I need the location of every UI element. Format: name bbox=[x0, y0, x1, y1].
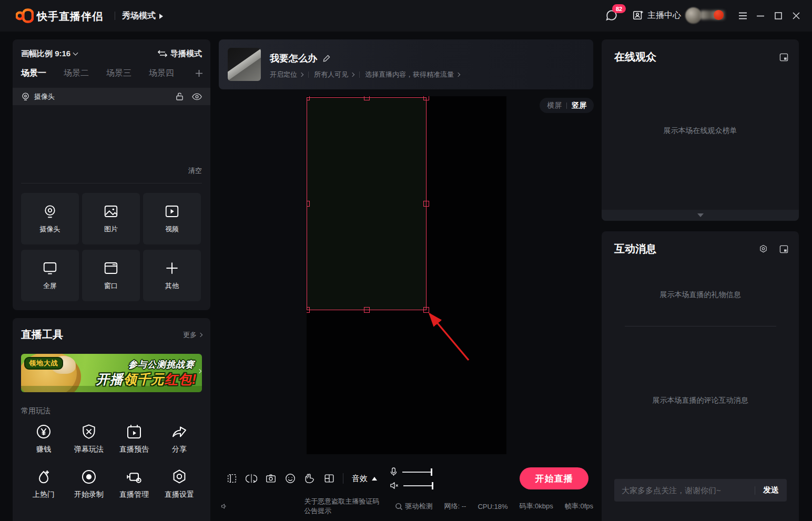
anchor-center-button[interactable]: 主播中心 bbox=[632, 9, 681, 21]
add-source-video[interactable]: 视频 bbox=[143, 193, 201, 244]
add-source-image[interactable]: 图片 bbox=[82, 193, 140, 244]
kuaishou-logo-icon bbox=[16, 7, 34, 24]
link-select-content[interactable]: 选择直播内容，获得精准流量 bbox=[365, 70, 460, 79]
add-source-fullscreen[interactable]: 全屏 bbox=[21, 250, 79, 301]
chevron-right-icon bbox=[350, 73, 354, 77]
more-label: 更多 bbox=[183, 330, 197, 340]
tool-start-recording[interactable]: 开始录制 bbox=[66, 468, 111, 499]
add-source-camera[interactable]: 摄像头 bbox=[21, 193, 79, 244]
minimize-button[interactable] bbox=[755, 11, 766, 21]
anchor-card-icon bbox=[632, 9, 644, 21]
tool-live-management[interactable]: 直播管理 bbox=[111, 468, 157, 499]
tool-share[interactable]: 分享 bbox=[157, 423, 202, 454]
start-live-button[interactable]: 开始直播 bbox=[520, 467, 588, 489]
link-visibility[interactable]: 所有人可见 bbox=[314, 70, 354, 79]
banner-line1: 参与公测挑战赛 bbox=[128, 359, 195, 371]
stream-title: 我要怎么办 bbox=[270, 52, 317, 65]
director-mode-button[interactable]: 导播模式 bbox=[158, 49, 202, 59]
eye-icon[interactable] bbox=[192, 93, 202, 100]
crop-region-icon bbox=[226, 473, 238, 484]
source-item-label: 摄像头 bbox=[34, 92, 55, 101]
preview-canvas[interactable] bbox=[307, 96, 506, 454]
finger-heart-icon bbox=[304, 473, 316, 484]
security-notice-link[interactable]: 关于恶意盗取主播验证码公告提示 bbox=[304, 497, 383, 516]
scene-tab-1[interactable]: 场景一 bbox=[21, 68, 46, 79]
banner-next-icon[interactable] bbox=[197, 369, 201, 373]
popout-icon[interactable] bbox=[779, 53, 788, 62]
clear-sources-button[interactable]: 清空 bbox=[188, 166, 202, 176]
slider-handle[interactable] bbox=[431, 468, 432, 476]
banner-line2-yellow: 领千元 bbox=[124, 372, 165, 386]
add-source-window[interactable]: 窗口 bbox=[82, 250, 140, 301]
orientation-landscape[interactable]: 横屏 bbox=[547, 101, 562, 110]
resize-handle-nw[interactable] bbox=[307, 96, 310, 100]
orientation-portrait[interactable]: 竖屏 bbox=[572, 101, 586, 110]
tool-danmu-play[interactable]: 弹幕玩法 bbox=[66, 423, 111, 454]
add-scene-button[interactable] bbox=[195, 69, 203, 77]
speaker-volume-slider[interactable] bbox=[403, 485, 433, 486]
tool-label: 弹幕玩法 bbox=[74, 445, 104, 454]
notifications-button[interactable]: 82 bbox=[605, 8, 626, 24]
tool-earn-money[interactable]: 赚钱 bbox=[21, 423, 66, 454]
tool-boost-hot[interactable]: 上热门 bbox=[21, 468, 66, 499]
close-button[interactable] bbox=[791, 11, 801, 21]
add-source-other[interactable]: 其他 bbox=[143, 250, 201, 301]
microphone-icon[interactable] bbox=[390, 467, 398, 476]
link-enable-location[interactable]: 开启定位 bbox=[270, 70, 303, 79]
chat-input[interactable] bbox=[614, 486, 755, 495]
resize-handle-e[interactable] bbox=[423, 201, 429, 207]
scene-tab-3[interactable]: 场景三 bbox=[106, 68, 131, 79]
edit-pencil-icon[interactable] bbox=[322, 54, 331, 63]
triangle-up-icon bbox=[372, 477, 377, 481]
mode-switcher[interactable]: 秀场模式 bbox=[122, 11, 163, 22]
maximize-button[interactable] bbox=[773, 11, 784, 21]
status-bar: 关于恶意盗取主播验证码公告提示 驱动检测 网络: -- CPU:18% 码率:0… bbox=[219, 498, 593, 514]
aspect-ratio-selector[interactable]: 画幅比例 9:16 bbox=[21, 49, 77, 59]
slider-handle[interactable] bbox=[432, 482, 433, 489]
webcam-icon bbox=[21, 92, 30, 101]
tools-more-button[interactable]: 更多 bbox=[183, 330, 202, 340]
collapse-panel-button[interactable] bbox=[602, 210, 799, 221]
tool-label: 赚钱 bbox=[36, 445, 51, 454]
resize-handle-ne[interactable] bbox=[423, 96, 429, 100]
layout-button[interactable] bbox=[323, 472, 336, 485]
resize-handle-s[interactable] bbox=[364, 307, 370, 313]
gesture-magic-button[interactable] bbox=[303, 472, 316, 485]
image-icon bbox=[103, 203, 119, 219]
speaker-muted-icon[interactable] bbox=[390, 482, 399, 489]
resize-handle-n[interactable] bbox=[364, 96, 370, 100]
source-item-camera[interactable]: 摄像头 bbox=[13, 88, 210, 105]
divider bbox=[625, 326, 776, 326]
tool-live-settings[interactable]: 直播设置 bbox=[157, 468, 202, 499]
screenshot-button[interactable] bbox=[265, 472, 277, 485]
popout-icon[interactable] bbox=[779, 245, 788, 253]
tile-label: 图片 bbox=[104, 224, 118, 234]
gear-icon[interactable] bbox=[759, 244, 768, 253]
plus-icon bbox=[195, 69, 203, 77]
beauty-sticker-button[interactable] bbox=[284, 472, 297, 485]
tool-live-preview-notice[interactable]: 直播预告 bbox=[111, 423, 157, 454]
driver-check-button[interactable]: 驱动检测 bbox=[395, 502, 433, 511]
driver-check-label: 驱动检测 bbox=[405, 502, 433, 511]
chevron-right-icon bbox=[456, 73, 460, 77]
speaker-icon[interactable] bbox=[221, 503, 227, 510]
promo-banner[interactable]: 领地大战 参与公测挑战赛 开播领千元红包! bbox=[21, 354, 202, 392]
unlock-icon[interactable] bbox=[176, 92, 184, 101]
mirror-flip-button[interactable] bbox=[245, 472, 258, 485]
scene-tab-2[interactable]: 场景二 bbox=[64, 68, 89, 79]
resize-handle-se[interactable] bbox=[423, 307, 429, 313]
resize-handle-sw[interactable] bbox=[307, 307, 310, 313]
virtual-background-button[interactable] bbox=[226, 472, 238, 485]
mic-volume-slider[interactable] bbox=[402, 472, 432, 473]
send-button[interactable]: 发送 bbox=[755, 485, 787, 495]
tile-label: 其他 bbox=[165, 281, 179, 291]
sound-effects-button[interactable]: 音效 bbox=[352, 474, 377, 484]
chevron-right-icon bbox=[198, 332, 202, 336]
scene-tab-4[interactable]: 场景四 bbox=[149, 68, 174, 79]
settings-gear-icon bbox=[171, 468, 188, 485]
menu-button[interactable] bbox=[737, 11, 748, 21]
stream-cover-thumbnail[interactable] bbox=[228, 48, 261, 81]
avatar[interactable] bbox=[685, 7, 702, 24]
source-selection-box[interactable] bbox=[307, 97, 427, 310]
resize-handle-w[interactable] bbox=[307, 201, 310, 207]
